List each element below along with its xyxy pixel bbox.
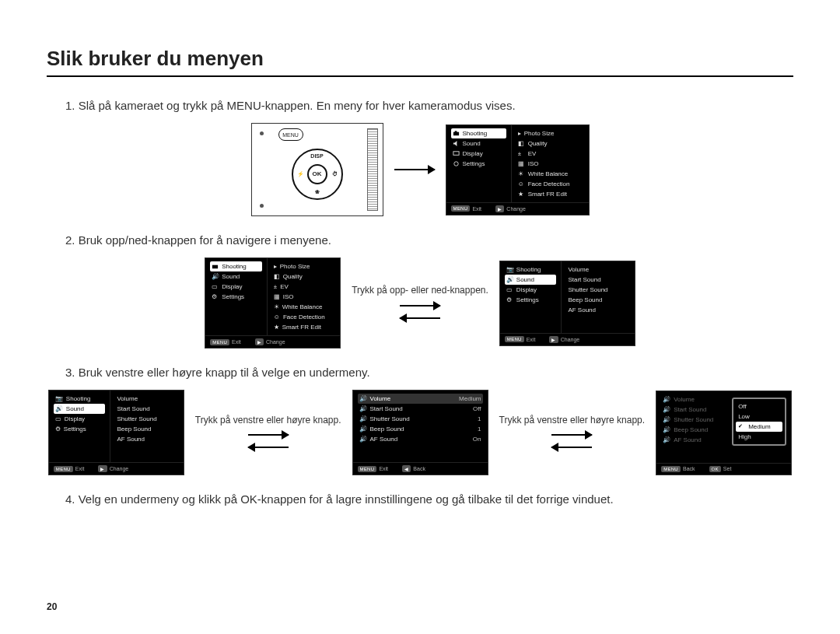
step-3-text: 3. Bruk venstre eller høyre knapp til å … bbox=[65, 366, 786, 379]
opt-ev: ±EV bbox=[516, 149, 584, 159]
flash-icon: ⚡ bbox=[297, 171, 304, 177]
quality-icon: ◧ bbox=[518, 140, 525, 147]
opt-low: Low bbox=[736, 412, 782, 422]
svg-rect-5 bbox=[212, 265, 218, 269]
step-2-text: 2. Bruk opp/ned-knappen for å navigere i… bbox=[65, 233, 786, 247]
speaker-icon bbox=[453, 140, 460, 147]
opt-photo-size: ▸Photo Size bbox=[516, 128, 584, 138]
footer-change: ▶Change bbox=[495, 205, 526, 212]
lcd-screen-shooting-2: Shooting 🔊Sound ▭Display ⚙Settings ▸Phot… bbox=[205, 257, 341, 349]
ev-icon: ± bbox=[518, 150, 525, 157]
svg-rect-1 bbox=[454, 131, 457, 132]
page-number: 20 bbox=[47, 601, 57, 612]
svg-rect-0 bbox=[453, 131, 458, 135]
opt-high: High bbox=[736, 432, 782, 442]
step-4-text: 4. Velg en undermeny og klikk på OK-knap… bbox=[65, 492, 786, 506]
star-icon: ★ bbox=[518, 191, 525, 198]
lcd-sound-left: 📷Shooting 🔊Sound ▭Display ⚙Settings Volu… bbox=[48, 390, 184, 475]
menu-item-sound: Sound bbox=[451, 138, 506, 149]
arrow-left-icon bbox=[248, 443, 289, 451]
arrow-left-icon bbox=[400, 314, 440, 322]
lcd-screen-shooting: Shooting Sound Display Settings ▸Photo S… bbox=[446, 124, 590, 215]
step-1-figure: MENU DISP ⚡ ⏱ ❀ OK Shooting Sound Displa… bbox=[47, 123, 793, 216]
volume-options-popup: Off Low Medium High bbox=[732, 398, 786, 446]
opt-off: Off bbox=[736, 401, 782, 412]
camera-dpad: DISP ⚡ ⏱ ❀ OK bbox=[292, 149, 343, 200]
face-icon: ☺ bbox=[518, 180, 525, 187]
row-beep-sound: 🔊Beep Sound1 bbox=[358, 424, 483, 434]
camera-grip bbox=[367, 128, 378, 211]
arrow-left-icon bbox=[551, 443, 592, 451]
opt-wb: ☀White Balance bbox=[516, 169, 584, 179]
wb-icon: ☀ bbox=[518, 170, 525, 177]
opt-face: ☺Face Detection bbox=[516, 179, 584, 189]
arrow-right-icon bbox=[248, 431, 289, 439]
row-start-sound: 🔊Start SoundOff bbox=[358, 404, 483, 414]
opt-medium: Medium bbox=[736, 422, 782, 432]
menu-item-display: Display bbox=[451, 149, 506, 159]
lcd-screen-sound: 📷Shooting 🔊Sound ▭Display ⚙Settings Volu… bbox=[499, 261, 635, 346]
page-title: Slik bruker du menyen bbox=[47, 47, 793, 77]
dpad-up-label: DISP bbox=[310, 153, 323, 159]
gear-icon bbox=[453, 160, 460, 167]
svg-point-4 bbox=[453, 161, 457, 165]
camera-icon bbox=[453, 130, 460, 137]
display-icon bbox=[453, 150, 460, 157]
svg-rect-3 bbox=[453, 151, 458, 155]
menu-item-shooting: Shooting bbox=[451, 128, 506, 138]
arrow-right-icon bbox=[551, 431, 592, 439]
opt-quality: ◧Quality bbox=[516, 138, 584, 149]
camera-screw-icon bbox=[260, 131, 264, 135]
row-volume: 🔊VolumeMedium bbox=[358, 394, 483, 404]
caption-leftright-1: Trykk på venstre eller høyre knapp. bbox=[195, 414, 341, 426]
arrow-right-icon bbox=[394, 166, 435, 173]
step-2-figure: Shooting 🔊Sound ▭Display ⚙Settings ▸Phot… bbox=[47, 257, 793, 349]
menu-item-settings: Settings bbox=[451, 159, 506, 169]
lcd-volume-popup: 🔊Volume 🔊Start Sound 🔊Shutter Sound 🔊Bee… bbox=[656, 391, 792, 475]
camera-screw-icon bbox=[260, 204, 264, 208]
caption-updown: Trykk på opp- eller ned-knappen. bbox=[352, 284, 488, 296]
svg-marker-2 bbox=[453, 140, 457, 145]
caption-leftright-2: Trykk på venstre eller høyre knapp. bbox=[499, 414, 646, 426]
step-1-text: 1. Slå på kameraet og trykk på MENU-knap… bbox=[65, 99, 786, 112]
step-3-figure: 📷Shooting 🔊Sound ▭Display ⚙Settings Volu… bbox=[47, 390, 793, 475]
lcd-sound-values: 🔊VolumeMedium 🔊Start SoundOff 🔊Shutter S… bbox=[352, 390, 488, 475]
row-shutter-sound: 🔊Shutter Sound1 bbox=[358, 414, 483, 424]
opt-iso: ▦ISO bbox=[516, 159, 584, 169]
macro-icon: ❀ bbox=[315, 189, 320, 195]
camera-menu-button: MENU bbox=[278, 128, 303, 141]
opt-smartfr: ★Smart FR Edit bbox=[516, 189, 584, 199]
row-af-sound: 🔊AF SoundOn bbox=[358, 434, 483, 444]
timer-icon: ⏱ bbox=[332, 171, 338, 177]
iso-icon: ▦ bbox=[518, 160, 525, 167]
arrow-right-icon bbox=[400, 302, 440, 310]
dpad-ok: OK bbox=[307, 164, 327, 184]
footer-exit: MENUExit bbox=[451, 205, 482, 212]
camera-illustration: MENU DISP ⚡ ⏱ ❀ OK bbox=[251, 123, 383, 216]
